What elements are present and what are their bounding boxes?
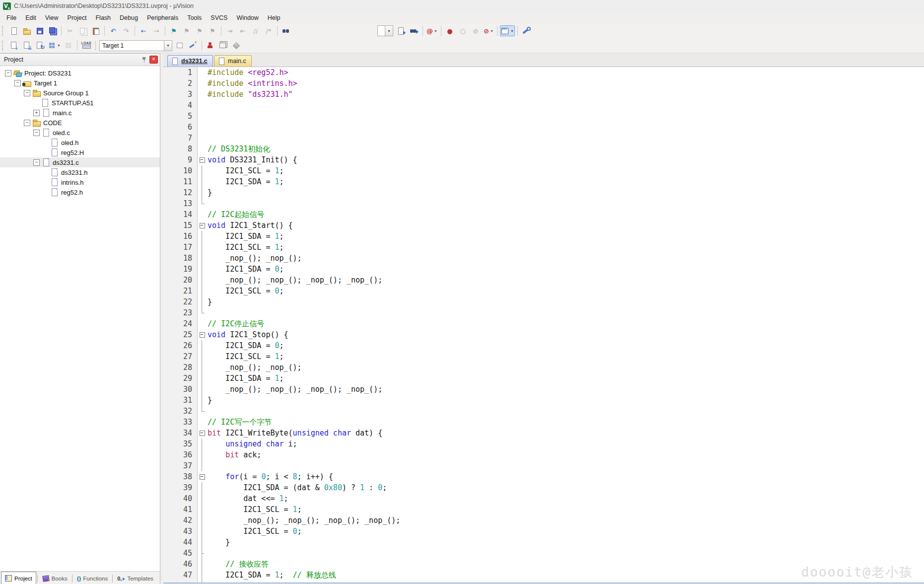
menu-view[interactable]: View — [41, 13, 63, 23]
fold-box-marker[interactable] — [198, 220, 208, 231]
panel-tab-functions[interactable]: {}Functions — [73, 572, 111, 584]
build-button[interactable] — [21, 40, 33, 51]
code-token: ; — [280, 166, 284, 175]
menu-peripherals[interactable]: Peripherals — [142, 13, 183, 23]
code-line: 19 I2C1_SDA = 0; — [163, 264, 924, 275]
panel-tab-project[interactable]: Project — [1, 572, 36, 584]
menu-svcs[interactable]: SVCS — [206, 13, 232, 23]
quick-find-button[interactable]: @▼ — [426, 25, 438, 36]
fold-box-marker[interactable] — [198, 329, 208, 340]
pin-icon[interactable] — [141, 56, 147, 63]
tree-item-intrins-h[interactable]: intrins.h — [0, 177, 160, 187]
insert-breakpoint-button[interactable]: ● — [444, 25, 456, 36]
tree-item-startup-a51[interactable]: STARTUP.A51 — [0, 98, 160, 108]
menu-window[interactable]: Window — [232, 13, 263, 23]
tree-item-source-group-1[interactable]: −Source Group 1 — [0, 88, 160, 98]
tree-item-main-c[interactable]: +main.c — [0, 108, 160, 118]
chevron-down-icon[interactable]: ▼ — [164, 41, 172, 51]
paste-button[interactable] — [90, 25, 102, 36]
batch-build-button[interactable]: ▼ — [47, 40, 62, 51]
line-number: 20 — [163, 275, 198, 286]
configure-button[interactable] — [520, 25, 532, 36]
chevron-down-icon[interactable]: ▼ — [385, 26, 393, 36]
options-for-target-button[interactable] — [187, 40, 199, 51]
code-text: I2C1_SCL = 1; — [208, 165, 284, 176]
find-button[interactable] — [408, 25, 420, 36]
save-all-button[interactable] — [47, 25, 59, 36]
tree-item-ds3231-h[interactable]: ds3231.h — [0, 167, 160, 177]
menu-project[interactable]: Project — [63, 13, 91, 23]
enable-breakpoint-icon: ○ — [460, 28, 465, 34]
tree-item-code[interactable]: −CODE — [0, 118, 160, 128]
expander-minus-icon[interactable]: − — [24, 90, 30, 96]
download-button[interactable]: LOAD — [80, 40, 93, 51]
menu-debug[interactable]: Debug — [115, 13, 142, 23]
translate-button[interactable] — [8, 40, 20, 51]
fold-end-marker — [198, 198, 208, 209]
line-number: 48 — [163, 581, 198, 584]
debug-session-button[interactable] — [205, 40, 216, 51]
expander-minus-icon[interactable]: − — [33, 130, 40, 136]
expander-minus-icon[interactable]: − — [14, 80, 21, 86]
open-file-button[interactable] — [21, 25, 33, 36]
tree-item-reg52-h[interactable]: reg52.H — [0, 147, 160, 157]
panel-tab-books[interactable]: Books — [39, 572, 71, 584]
close-icon[interactable]: ✕ — [149, 56, 158, 64]
fold-box-marker[interactable] — [198, 428, 208, 438]
editor-tab-main-c[interactable]: main.c — [214, 55, 252, 67]
fold-box-marker[interactable] — [198, 471, 208, 482]
file-icon — [42, 158, 51, 166]
fold-v-marker — [198, 264, 208, 275]
expander-minus-icon[interactable]: − — [24, 120, 30, 126]
new-file-button[interactable] — [8, 25, 20, 36]
navigate-back-button[interactable]: ← — [138, 25, 149, 36]
menu-edit[interactable]: Edit — [21, 13, 41, 23]
code-token: I2C1_SDA = — [208, 374, 275, 383]
tree-item-reg52-h[interactable]: reg52.h — [0, 187, 160, 197]
chevron-down-icon[interactable]: ▼ — [510, 29, 514, 33]
toggle-bookmark-button[interactable]: ⚑ — [168, 25, 180, 36]
expander-minus-icon[interactable]: − — [5, 70, 11, 76]
kill-all-breakpoints-button[interactable]: ⊘▼ — [483, 25, 495, 36]
menu-tools[interactable]: Tools — [183, 13, 206, 23]
save-file-button[interactable] — [34, 25, 46, 36]
tree-item-oled-c[interactable]: −oled.c — [0, 128, 160, 138]
undo-icon: ↶ — [111, 28, 116, 34]
undo-button[interactable]: ↶ — [107, 25, 119, 36]
menu-help[interactable]: Help — [263, 13, 285, 23]
code-text: unsigned char i; — [208, 438, 297, 449]
expander-minus-icon[interactable]: − — [33, 159, 40, 166]
window-layout-button[interactable] — [217, 40, 229, 51]
fold-box-marker[interactable] — [198, 154, 208, 165]
tree-item-project-ds3231[interactable]: −Project: DS3231 — [0, 68, 160, 78]
line-number: 13 — [163, 198, 198, 209]
code-editor[interactable]: 1#include <reg52.h>2#include <intrins.h>… — [163, 67, 924, 584]
find-in-files-button[interactable] — [280, 25, 292, 36]
chevron-down-icon[interactable]: ▼ — [490, 29, 494, 33]
document-icon — [217, 57, 226, 66]
chevron-down-icon[interactable]: ▼ — [434, 29, 437, 33]
code-line: 1#include <reg52.h> — [163, 67, 924, 78]
file-extensions-button[interactable] — [174, 40, 186, 51]
tree-item-target-1[interactable]: −Target 1 — [0, 78, 160, 88]
pack-installer-button[interactable] — [230, 40, 242, 51]
code-text: _nop_(); _nop_(); _nop_(); _nop_(); — [208, 515, 400, 526]
chevron-down-icon[interactable]: ▼ — [57, 44, 61, 47]
editor-tab-ds3231-c[interactable]: ds3231.c — [167, 55, 213, 67]
panel-tab-templates[interactable]: 0,Templates — [114, 572, 157, 584]
disable-all-breakpoints-button[interactable]: ⊘ — [470, 25, 482, 36]
editor-tab-label: ds3231.c — [181, 58, 208, 65]
menu-file[interactable]: File — [2, 13, 21, 23]
batch-build-icon — [48, 41, 56, 50]
tree-item-oled-h[interactable]: oled.h — [0, 138, 160, 147]
rebuild-all-button[interactable] — [34, 40, 46, 51]
tree-item-ds3231-c[interactable]: −ds3231.c — [0, 157, 160, 167]
enable-breakpoint-button[interactable]: ○ — [457, 25, 469, 36]
menu-flash[interactable]: Flash — [91, 13, 115, 23]
search-combo[interactable]: ▼ — [377, 25, 393, 36]
target-select[interactable]: Target 1▼ — [99, 40, 172, 51]
expander-plus-icon[interactable]: + — [33, 110, 40, 116]
line-number: 9 — [163, 154, 198, 165]
debug-windows-button[interactable]: ▼ — [500, 25, 515, 36]
source-browser-button[interactable] — [395, 25, 407, 36]
